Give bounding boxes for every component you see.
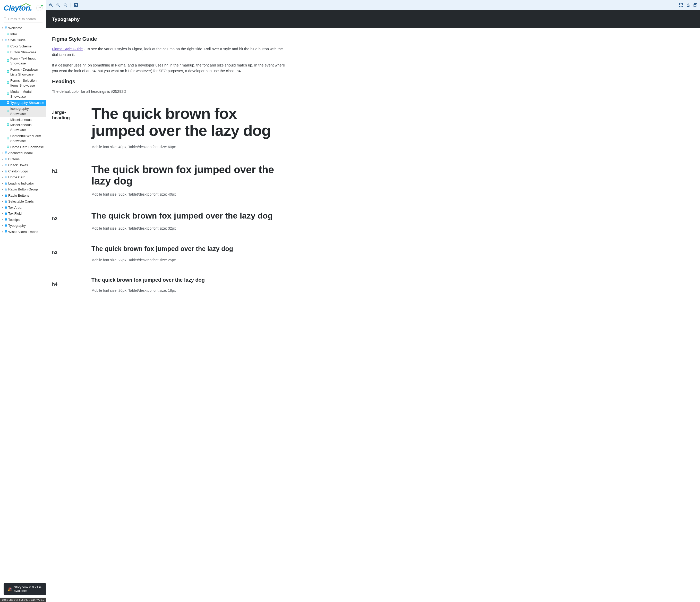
- svg-rect-48: [5, 208, 6, 209]
- tree-folder[interactable]: ▸TextArea: [0, 204, 46, 211]
- grid-icon: [5, 25, 7, 31]
- svg-rect-15: [6, 158, 7, 159]
- party-icon: 🎉: [8, 587, 12, 591]
- spec-sample: The quick brown fox jumped over the lazy…: [92, 105, 288, 139]
- svg-rect-16: [5, 159, 6, 160]
- tree-folder[interactable]: ▸Radio Buttons: [0, 193, 46, 199]
- tree-story[interactable]: Contentful WebForm Showcase: [0, 133, 46, 144]
- update-notification[interactable]: 🎉 Storybook 6.0.21 is available!: [4, 583, 46, 595]
- chevron-right-icon: ▸: [2, 158, 4, 161]
- tree-folder-styleguide[interactable]: ▾ Style Guide: [0, 37, 46, 43]
- bookmark-icon: [7, 58, 9, 64]
- svg-rect-21: [6, 165, 7, 166]
- tree-folder[interactable]: ▸Loading Indicator: [0, 180, 46, 187]
- zoom-in-button[interactable]: [49, 3, 53, 7]
- tree-folder[interactable]: ▸Buttons: [0, 156, 46, 162]
- svg-rect-49: [6, 208, 7, 209]
- tree-folder[interactable]: ▸Typography: [0, 223, 46, 229]
- typography-spec-row: h4The quick brown fox jumped over the la…: [52, 271, 288, 301]
- tree-story-intro[interactable]: Intro: [0, 31, 46, 38]
- tree-label: Miscellaneous - Miscellaneous Showcase: [10, 117, 45, 133]
- tree-story[interactable]: Typography Showcase: [0, 100, 46, 106]
- tree-story[interactable]: Modal - Modal Showcase: [0, 89, 46, 100]
- zoom-reset-button[interactable]: [64, 3, 68, 7]
- sidebar-menu-button[interactable]: •••: [36, 5, 43, 11]
- tree-story[interactable]: Miscellaneous - Miscellaneous Showcase: [0, 117, 46, 133]
- chevron-right-icon: ▸: [2, 224, 4, 227]
- grid-icon: [5, 187, 7, 192]
- tree-label: TextArea: [8, 205, 21, 210]
- svg-rect-3: [6, 27, 7, 28]
- tree-story[interactable]: Forms - Selection Items Showcase: [0, 77, 46, 89]
- svg-line-67: [51, 6, 53, 7]
- grid-icon: [5, 217, 7, 222]
- search-input-wrapper[interactable]: [4, 16, 43, 22]
- tree-story[interactable]: Form - Text Input Showcase: [0, 55, 46, 67]
- notification-text: Storybook 6.0.21 is available!: [14, 585, 42, 593]
- svg-rect-36: [5, 189, 6, 190]
- spec-body: The quick brown fox jumped over the lazy…: [88, 211, 288, 232]
- svg-rect-23: [6, 170, 7, 171]
- paragraph-text: - To see the various styles in Figma, lo…: [52, 47, 283, 57]
- spec-label: h4: [52, 277, 83, 287]
- tree-folder-welcome[interactable]: ▾ Welcome: [0, 25, 46, 31]
- zoom-out-button[interactable]: [56, 3, 60, 7]
- tree-label: Welcome: [8, 25, 22, 31]
- toolbar: [46, 0, 700, 10]
- tree-folder[interactable]: ▸Home Card: [0, 174, 46, 180]
- search-input[interactable]: [8, 17, 43, 21]
- tree-folder[interactable]: ▸Anchored Modal: [0, 150, 46, 156]
- tree-story[interactable]: Home Card Showcase: [0, 144, 46, 150]
- figma-link[interactable]: Figma Style Guide: [52, 47, 83, 51]
- spec-sample: The quick brown fox jumped over the lazy…: [92, 245, 288, 252]
- chevron-down-icon: ▾: [2, 26, 4, 30]
- spec-label: .large-heading: [52, 105, 83, 121]
- spec-sample: The quick brown fox jumped over the lazy…: [92, 211, 288, 220]
- svg-rect-27: [6, 176, 7, 177]
- tree-story[interactable]: Button Showcase: [0, 49, 46, 55]
- tree-story[interactable]: Iconography Showcase: [0, 106, 46, 117]
- svg-rect-4: [5, 28, 6, 29]
- svg-rect-11: [6, 152, 7, 153]
- tree-folder[interactable]: ▸Wistia Video Embed: [0, 229, 46, 235]
- tree-label: Iconography Showcase: [10, 106, 45, 116]
- copy-link-button[interactable]: [693, 3, 697, 7]
- toolbar-separator: [71, 3, 71, 7]
- background-toggle-button[interactable]: [74, 3, 78, 7]
- chevron-right-icon: ▸: [2, 194, 4, 197]
- tree-label: Modal - Modal Showcase: [10, 89, 45, 99]
- svg-rect-40: [5, 195, 6, 196]
- bookmark-icon: [7, 50, 9, 55]
- tree-folder[interactable]: ▸Clayton Logo: [0, 168, 46, 174]
- grid-icon: [5, 181, 7, 186]
- main-panel: Typography Figma Style Guide Figma Style…: [46, 0, 700, 602]
- svg-rect-59: [6, 224, 7, 225]
- logo[interactable]: Clayton: [4, 3, 32, 14]
- tree-label: Contentful WebForm Showcase: [10, 134, 45, 144]
- tree-folder[interactable]: ▸Check Boxes: [0, 162, 46, 168]
- paragraph: The default color for all headings is #2…: [52, 89, 288, 94]
- tree-label: Typography: [8, 223, 26, 228]
- spec-meta: Mobile font size: 40px, Tablet/desktop f…: [92, 145, 288, 149]
- fullscreen-button[interactable]: [679, 3, 683, 7]
- open-new-tab-button[interactable]: [686, 3, 690, 7]
- grid-icon: [5, 199, 7, 204]
- tree-folder[interactable]: ▸Tooltips: [0, 217, 46, 223]
- svg-rect-24: [5, 171, 6, 172]
- tree-folder[interactable]: ▸TextField: [0, 211, 46, 217]
- sidebar: Clayton ••• ▾ Welcome Intro ▾ Style Guid…: [0, 0, 46, 602]
- chevron-right-icon: ▸: [2, 212, 4, 215]
- svg-rect-53: [6, 214, 7, 215]
- grid-icon: [5, 175, 7, 180]
- grid-icon: [5, 150, 7, 155]
- status-bar: localhost:51576/?path=/story/style-guide…: [0, 598, 46, 602]
- tree-folder[interactable]: ▸Radio Button Group: [0, 186, 46, 193]
- svg-rect-22: [5, 170, 6, 171]
- tree-folder[interactable]: ▸Selectable Cards: [0, 198, 46, 204]
- tree-story[interactable]: Forms - Dropdown Lists Showcase: [0, 67, 46, 77]
- svg-rect-41: [6, 195, 7, 196]
- canvas[interactable]: Typography Figma Style Guide Figma Style…: [46, 10, 700, 602]
- tree-story[interactable]: Color Scheme: [0, 43, 46, 49]
- logo-roof-icon: [21, 2, 31, 5]
- svg-rect-14: [5, 158, 6, 159]
